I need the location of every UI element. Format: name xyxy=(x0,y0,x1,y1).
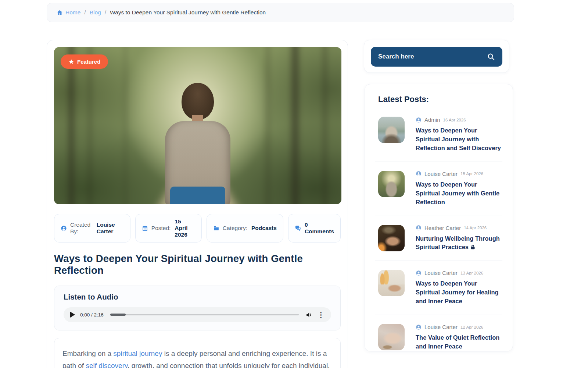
post-author[interactable]: Admin xyxy=(424,117,440,123)
featured-image: Featured xyxy=(54,47,341,204)
lock-icon xyxy=(470,244,476,250)
breadcrumb-home-link[interactable]: Home xyxy=(57,9,80,16)
list-item[interactable]: Louise Carter 15 Apr 2026 Ways to Deepen… xyxy=(375,162,502,216)
latest-posts-card: Latest Posts: Admin 16 Apr 2026 Ways to … xyxy=(365,84,513,351)
audio-player[interactable]: 0:00 / 2:16 ⋮ xyxy=(64,307,331,322)
post-author[interactable]: Heather Carter xyxy=(424,225,461,231)
article-card: Featured Created By: Louise Carter Poste… xyxy=(47,40,348,368)
breadcrumb-blog-label: Blog xyxy=(90,9,101,16)
breadcrumb-blog-link[interactable]: Blog xyxy=(90,9,101,16)
post-thumbnail-quiet-reflection xyxy=(378,324,405,350)
post-date: 15 Apr 2026 xyxy=(460,171,483,176)
breadcrumb-separator: / xyxy=(105,9,106,16)
folder-icon xyxy=(213,225,219,231)
post-date: 16 Apr 2026 xyxy=(443,118,466,122)
user-circle-icon xyxy=(416,270,422,276)
post-author[interactable]: Louise Carter xyxy=(424,171,458,177)
post-author[interactable]: Louise Carter xyxy=(424,324,458,330)
audio-heading: Listen to Audio xyxy=(64,293,331,301)
search-input[interactable] xyxy=(378,53,487,60)
user-circle-icon xyxy=(416,225,422,231)
volume-icon[interactable] xyxy=(305,311,312,318)
post-author[interactable]: Louise Carter xyxy=(424,270,458,276)
post-thumbnail-candles-healing xyxy=(378,270,405,296)
spiritual-journey-link[interactable]: spiritual journey xyxy=(113,350,162,357)
audio-time-display: 0:00 / 2:16 xyxy=(80,312,104,318)
breadcrumb-separator: / xyxy=(84,9,86,16)
featured-badge: Featured xyxy=(61,54,108,69)
meta-comments[interactable]: 0 Comments xyxy=(288,214,341,243)
user-circle-icon xyxy=(416,171,422,177)
meta-category: Category: Podcasts xyxy=(207,214,283,243)
search-card xyxy=(364,40,509,73)
breadcrumb-home-label: Home xyxy=(65,9,80,16)
article-meta-row: Created By: Louise Carter Posted: 15 Apr… xyxy=(54,214,341,243)
post-title-link[interactable]: Ways to Deepen Your Spiritual Journey wi… xyxy=(416,126,503,153)
user-circle-icon xyxy=(61,225,67,231)
post-date: 14 Apr 2026 xyxy=(464,226,487,230)
user-circle-icon xyxy=(416,117,422,123)
post-thumbnail-incense-hands xyxy=(378,225,405,251)
person-walking xyxy=(161,83,234,204)
article-body: Embarking on a spiritual journey is a de… xyxy=(54,338,341,368)
self-discovery-link[interactable]: self discovery xyxy=(86,362,128,368)
featured-badge-label: Featured xyxy=(77,59,100,65)
post-title-link[interactable]: The Value of Quiet Reflection and Inner … xyxy=(416,333,503,351)
search-box[interactable] xyxy=(371,47,502,67)
meta-created-by: Created By: Louise Carter xyxy=(54,214,130,243)
breadcrumb-current-page: Ways to Deepen Your Spiritual Journey wi… xyxy=(110,9,266,16)
post-thumbnail-forest-walk xyxy=(378,171,405,197)
post-thumbnail-lake-meditation xyxy=(378,117,405,143)
audio-seek-bar[interactable] xyxy=(110,314,299,315)
home-icon xyxy=(57,10,63,15)
created-by-value[interactable]: Louise Carter xyxy=(97,222,124,235)
list-item[interactable]: Admin 16 Apr 2026 Ways to Deepen Your Sp… xyxy=(375,108,502,162)
post-title-link[interactable]: Ways to Deepen Your Spiritual Journey wi… xyxy=(416,180,503,207)
star-icon xyxy=(68,59,74,65)
comments-value: 0 Comments xyxy=(305,222,334,235)
post-title-link[interactable]: Ways to Deepen Your Spiritual Journey fo… xyxy=(416,279,503,306)
post-date: 13 Apr 2026 xyxy=(460,271,483,275)
play-button[interactable] xyxy=(70,312,75,318)
calendar-icon xyxy=(142,225,148,231)
category-value[interactable]: Podcasts xyxy=(251,225,277,231)
post-title-link[interactable]: Nurturing Wellbeing Through Spiritual Pr… xyxy=(416,234,503,252)
audio-menu-icon[interactable]: ⋮ xyxy=(318,311,325,319)
search-icon[interactable] xyxy=(487,53,495,61)
post-date: 12 Apr 2026 xyxy=(460,325,483,329)
list-item[interactable]: Heather Carter 14 Apr 2026 Nurturing Wel… xyxy=(375,216,502,261)
user-circle-icon xyxy=(416,324,422,330)
posted-value: 15 April 2026 xyxy=(175,218,195,238)
created-by-label: Created By: xyxy=(70,222,93,235)
breadcrumb: Home / Blog / Ways to Deepen Your Spirit… xyxy=(47,3,514,22)
comments-icon xyxy=(295,225,301,231)
list-item[interactable]: Louise Carter 12 Apr 2026 The Value of Q… xyxy=(375,315,502,351)
category-label: Category: xyxy=(223,225,247,231)
audio-section: Listen to Audio 0:00 / 2:16 ⋮ xyxy=(54,286,341,330)
audio-progress[interactable] xyxy=(110,314,126,316)
list-item[interactable]: Louise Carter 13 Apr 2026 Ways to Deepen… xyxy=(375,261,502,315)
latest-posts-heading: Latest Posts: xyxy=(378,95,502,104)
article-paragraph: Embarking on a spiritual journey is a de… xyxy=(62,348,332,368)
meta-posted: Posted: 15 April 2026 xyxy=(135,214,202,243)
posted-label: Posted: xyxy=(151,225,171,231)
page-title: Ways to Deepen Your Spiritual Journey wi… xyxy=(54,253,341,276)
